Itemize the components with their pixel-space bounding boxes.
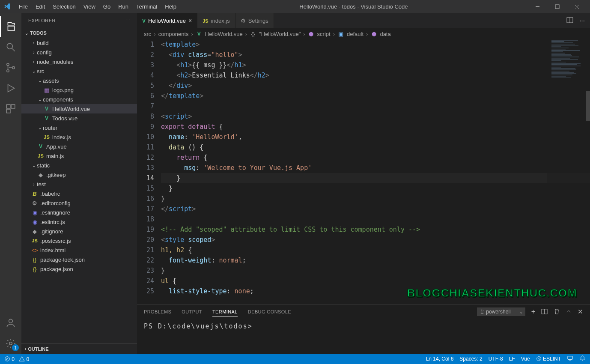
tree-file[interactable]: ⚙.editorconfig [21,198,137,208]
code-line[interactable]: 5 </div> [137,81,590,91]
panel-tab-debug-console[interactable]: DEBUG CONSOLE [248,307,291,316]
tree-file[interactable]: JSmain.js [21,151,137,161]
code-line[interactable]: 21h1, h2 { [137,245,590,255]
tree-file[interactable]: ◉.eslintignore [21,208,137,217]
code-line[interactable]: 25 list-style-type: none; [137,286,590,296]
code-line[interactable]: 17</script> [137,204,590,214]
status-indent[interactable]: Spaces: 2 [459,356,482,362]
breadcrumb-item[interactable]: "HelloWorld.vue" [259,31,301,37]
tree-file[interactable]: VTodos.vue [21,113,137,123]
code-line[interactable]: 10 name: 'HelloWorld', [137,132,590,142]
panel-tab-problems[interactable]: PROBLEMS [144,307,171,316]
breadcrumb-item[interactable]: components [158,31,189,37]
menu-terminal[interactable]: Terminal [133,2,161,12]
editor-tab[interactable]: ⚙Settings [235,13,274,28]
menu-help[interactable]: Help [161,2,180,12]
split-editor-icon[interactable] [566,17,573,25]
activity-source-control[interactable] [0,57,21,78]
breadcrumb-item[interactable]: script [317,31,331,37]
tree-file[interactable]: {}package.json [21,264,137,274]
menu-edit[interactable]: Edit [32,2,48,12]
menu-view[interactable]: View [80,2,99,12]
status-language[interactable]: Vue [521,356,530,362]
code-line[interactable]: 24ul { [137,276,590,286]
tree-file[interactable]: VApp.vue [21,142,137,151]
tree-folder[interactable]: ⌄router [21,123,137,132]
status-bell-icon[interactable] [579,355,586,363]
code-line[interactable]: 6</template> [137,91,590,101]
code-line[interactable]: 20<style scoped> [137,235,590,245]
minimize-button[interactable] [527,0,547,13]
tree-file[interactable]: JSindex.js [21,132,137,142]
tree-folder[interactable]: ›config [21,48,137,57]
code-line[interactable]: 23} [137,266,590,276]
panel-tab-terminal[interactable]: TERMINAL [212,307,238,316]
editor-tab[interactable]: VHelloWorld.vue× [137,13,197,28]
code-line[interactable]: 7 [137,101,590,111]
new-terminal-icon[interactable]: + [531,308,535,316]
code-line[interactable]: 3 <h1>{{ msg }}</h1> [137,60,590,70]
tree-file[interactable]: <>index.html [21,245,137,255]
tree-file[interactable]: ◉.eslintrc.js [21,217,137,227]
close-panel-icon[interactable]: ✕ [578,308,583,316]
activity-extensions[interactable] [0,98,21,119]
code-line[interactable]: 8<script> [137,111,590,122]
activity-search[interactable] [0,37,21,57]
tree-file[interactable]: JS.postcssrc.js [21,236,137,245]
code-line[interactable]: 22 font-weight: normal; [137,255,590,266]
tree-file[interactable]: ◆.gitkeep [21,170,137,179]
code-line[interactable]: 13 msg: 'Welcome to Your Vue.js App' [137,163,590,173]
tree-folder[interactable]: ⌄assets [21,76,137,85]
code-line[interactable]: 2 <div class="hello"> [137,50,590,60]
tree-folder[interactable]: ⌄static [21,161,137,170]
status-errors[interactable]: 0 [4,356,15,362]
menu-selection[interactable]: Selection [49,2,79,12]
terminal-body[interactable]: PS D:\code\vuejs\todos> [137,319,590,354]
status-warnings[interactable]: 0 [19,356,29,362]
code-line[interactable]: 15 } [137,183,590,194]
code-line[interactable]: 14 } [137,173,590,183]
tree-file[interactable]: VHelloWorld.vue [21,104,137,113]
close-button[interactable] [567,0,587,13]
code-line[interactable]: 4 <h2>Essential Links</h2> [137,70,590,81]
menu-run[interactable]: Run [115,2,132,12]
terminal-shell-select[interactable]: 1: powershell ⌄ [477,307,525,316]
tree-file[interactable]: {}package-lock.json [21,255,137,264]
tree-folder[interactable]: ›build [21,38,137,48]
breadcrumb-item[interactable]: default [347,31,364,37]
split-terminal-icon[interactable] [541,308,548,316]
tree-folder[interactable]: ⌄src [21,66,137,76]
minimap[interactable] [547,39,590,304]
code-line[interactable]: 9export default { [137,122,590,132]
activity-accounts[interactable] [0,313,21,333]
code-line[interactable]: 11 data () { [137,142,590,152]
explorer-more-icon[interactable]: ⋯ [125,18,131,23]
breadcrumb-item[interactable]: src [144,31,151,37]
explorer-root[interactable]: ⌄ TODOS [21,28,137,38]
menu-go[interactable]: Go [100,2,114,12]
breadcrumb[interactable]: src›components›VHelloWorld.vue›{}"HelloW… [137,28,590,39]
tree-folder[interactable]: ›test [21,179,137,189]
code-line[interactable]: 19<!-- Add "scoped" attribute to limit C… [137,224,590,235]
status-eslint[interactable]: ESLINT [536,356,561,362]
code-line[interactable]: 16} [137,194,590,204]
panel-tab-output[interactable]: OUTPUT [182,307,202,316]
kill-terminal-icon[interactable] [554,308,560,316]
code-line[interactable]: 18 [137,214,590,224]
status-feedback-icon[interactable] [567,355,573,363]
scrollbar-thumb[interactable] [586,91,590,121]
code-editor[interactable]: 1<template>2 <div class="hello">3 <h1>{{… [137,39,590,304]
status-cursor[interactable]: Ln 14, Col 6 [426,356,454,362]
maximize-button[interactable] [547,0,567,13]
tree-file[interactable]: B.babelrc [21,189,137,198]
code-line[interactable]: 12 return { [137,152,590,163]
activity-debug[interactable] [0,78,21,98]
outline-section[interactable]: › OUTLINE [21,343,137,354]
code-line[interactable]: 1<template> [137,39,590,50]
activity-explorer[interactable] [0,16,21,37]
activity-settings[interactable]: 1 [0,333,21,354]
tab-more-icon[interactable]: ⋯ [579,18,585,24]
editor-tab[interactable]: JSindex.js [197,13,235,28]
tree-file[interactable]: ▦logo.png [21,85,137,95]
tree-file[interactable]: ◆.gitignore [21,227,137,236]
